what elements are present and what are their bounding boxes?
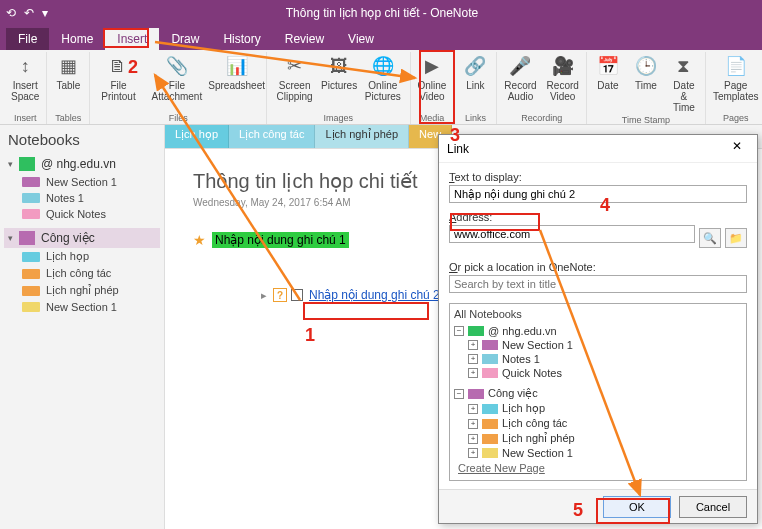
online-pictures-icon: 🌐: [371, 54, 395, 78]
ribbon-group: ✂Screen Clipping🖼Pictures🌐Online Picture…: [267, 52, 410, 124]
section-icon: [22, 269, 40, 279]
ribbon-table-button[interactable]: ▦Table: [50, 52, 86, 113]
section-tab-3[interactable]: Lịch nghỉ phép: [315, 125, 409, 148]
undo-icon[interactable]: ↶: [24, 6, 34, 20]
window-title: Thông tin lịch họp chi tiết - OneNote: [48, 6, 716, 20]
expand-icon[interactable]: ▾: [8, 159, 13, 169]
expand-icon[interactable]: ▾: [8, 233, 13, 243]
section-icon: [22, 209, 40, 219]
tree-notebook-1[interactable]: −@ nhg.edu.vn: [454, 324, 742, 338]
ribbon-item-label: Date: [597, 80, 618, 91]
ribbon-group: ▦TableTables: [47, 52, 90, 124]
address-input[interactable]: [449, 225, 695, 243]
address-label: Address:: [449, 211, 747, 223]
pictures-icon: 🖼: [327, 54, 351, 78]
ribbon-date-button[interactable]: 📅Date: [590, 52, 626, 115]
star-icon: ★: [193, 232, 206, 248]
sidebar-section[interactable]: Notes 1: [4, 190, 160, 206]
link-dialog: Link ✕ Text to display: Address: 🔍 📁 Or …: [438, 134, 758, 524]
ribbon-item-label: Page Templates: [713, 80, 759, 102]
section-icon: [22, 177, 40, 187]
file-printout-icon: 🗎: [106, 54, 130, 78]
dialog-footer: OK Cancel: [439, 489, 757, 523]
ribbon-group-label: Media: [420, 113, 445, 124]
ok-button[interactable]: OK: [603, 496, 671, 518]
ribbon-file-printout-button[interactable]: 🗎File Printout: [93, 52, 143, 113]
ribbon-item-label: Pictures: [321, 80, 357, 91]
sidebar-section[interactable]: Lịch nghỉ phép: [4, 282, 160, 299]
question-tag-icon[interactable]: ?: [273, 288, 287, 302]
note-2-link[interactable]: Nhập nội dung ghi chú 2: [309, 288, 440, 302]
ribbon-insert-space-button[interactable]: ↕Insert Space: [7, 52, 43, 113]
close-icon[interactable]: ✕: [725, 139, 749, 159]
note-1-text[interactable]: Nhập nội dung ghi chú 1: [212, 232, 349, 248]
ribbon-group: 📄Page TemplatesPages: [706, 52, 762, 124]
ribbon-time-button[interactable]: 🕒Time: [628, 52, 664, 115]
notebooks-sidebar: Notebooks ▾ @ nhg.edu.vn New Section 1No…: [0, 125, 165, 529]
tab-view[interactable]: View: [336, 28, 386, 50]
notebook-1[interactable]: ▾ @ nhg.edu.vn New Section 1Notes 1Quick…: [4, 154, 160, 222]
sidebar-section[interactable]: Lịch công tác: [4, 265, 160, 282]
ribbon-record-video-button[interactable]: 🎥Record Video: [543, 52, 583, 113]
ribbon-online-pictures-button[interactable]: 🌐Online Pictures: [359, 52, 406, 113]
back-icon[interactable]: ⟲: [6, 6, 16, 20]
tab-draw[interactable]: Draw: [159, 28, 211, 50]
ribbon-link-button[interactable]: 🔗Link: [457, 52, 493, 113]
ribbon-item-label: Spreadsheet: [208, 80, 265, 91]
ribbon-group: ▶Online VideoMedia: [411, 52, 455, 124]
ribbon-pictures-button[interactable]: 🖼Pictures: [321, 52, 357, 113]
ribbon-item-label: Record Audio: [504, 80, 536, 102]
section-icon: [22, 286, 40, 296]
ribbon-screen-clipping-button[interactable]: ✂Screen Clipping: [270, 52, 319, 113]
create-new-page-link[interactable]: Create New Page: [454, 460, 742, 474]
ribbon-online-video-button[interactable]: ▶Online Video: [414, 52, 451, 113]
sidebar-section[interactable]: Quick Notes: [4, 206, 160, 222]
ribbon-date-time-button[interactable]: ⧗Date & Time: [666, 52, 702, 115]
insert-space-icon: ↕: [13, 54, 37, 78]
tab-review[interactable]: Review: [273, 28, 336, 50]
notebook-icon: [19, 231, 35, 245]
ribbon-group-label: Files: [169, 113, 188, 124]
ribbon: ↕Insert SpaceInsert▦TableTables🗎File Pri…: [0, 50, 762, 125]
tab-history[interactable]: History: [211, 28, 272, 50]
section-label: Lịch công tác: [46, 267, 111, 280]
ribbon-group-label: Links: [465, 113, 486, 124]
checkbox-tag-icon[interactable]: [291, 289, 303, 301]
tab-file[interactable]: File: [6, 28, 49, 50]
notebook-2[interactable]: ▾ Công việc Lịch họpLịch công tácLịch ng…: [4, 228, 160, 315]
cancel-button[interactable]: Cancel: [679, 496, 747, 518]
section-icon: [22, 302, 40, 312]
tree-section[interactable]: +Lịch họp: [454, 401, 742, 416]
tree-section[interactable]: +Lịch nghỉ phép: [454, 431, 742, 446]
sidebar-section[interactable]: New Section 1: [4, 299, 160, 315]
search-location-input[interactable]: [449, 275, 747, 293]
ribbon-group-label: Pages: [723, 113, 749, 124]
text-to-display-input[interactable]: [449, 185, 747, 203]
tree-header: All Notebooks: [454, 308, 742, 320]
tree-notebook-2[interactable]: −Công việc: [454, 386, 742, 401]
page-templates-icon: 📄: [724, 54, 748, 78]
location-tree[interactable]: All Notebooks −@ nhg.edu.vn +New Section…: [449, 303, 747, 481]
quick-access-toolbar: ⟲ ↶ ▾: [6, 6, 48, 20]
tree-section[interactable]: +Quick Notes: [454, 366, 742, 380]
ribbon-file-attachment-button[interactable]: 📎File Attachment: [146, 52, 209, 113]
browse-web-button[interactable]: 🔍: [699, 228, 721, 248]
browse-file-button[interactable]: 📁: [725, 228, 747, 248]
tab-home[interactable]: Home: [49, 28, 105, 50]
tree-section[interactable]: +Notes 1: [454, 352, 742, 366]
ribbon-spreadsheet-button[interactable]: 📊Spreadsheet: [210, 52, 263, 113]
tree-section[interactable]: +New Section 1: [454, 446, 742, 460]
ribbon-group-label: Recording: [521, 113, 562, 124]
sidebar-section[interactable]: New Section 1: [4, 174, 160, 190]
ribbon-item-label: File Printout: [97, 80, 139, 102]
tab-insert[interactable]: Insert: [105, 28, 159, 50]
section-tab-2[interactable]: Lịch công tác: [229, 125, 315, 148]
ribbon-page-templates-button[interactable]: 📄Page Templates: [709, 52, 762, 113]
ribbon-item-label: Time: [635, 80, 657, 91]
ribbon-record-audio-button[interactable]: 🎤Record Audio: [500, 52, 540, 113]
section-tab-1[interactable]: Lịch họp: [165, 125, 229, 148]
tree-section[interactable]: +Lịch công tác: [454, 416, 742, 431]
ribbon-item-label: Link: [466, 80, 484, 91]
sidebar-section[interactable]: Lịch họp: [4, 248, 160, 265]
tree-section[interactable]: +New Section 1: [454, 338, 742, 352]
